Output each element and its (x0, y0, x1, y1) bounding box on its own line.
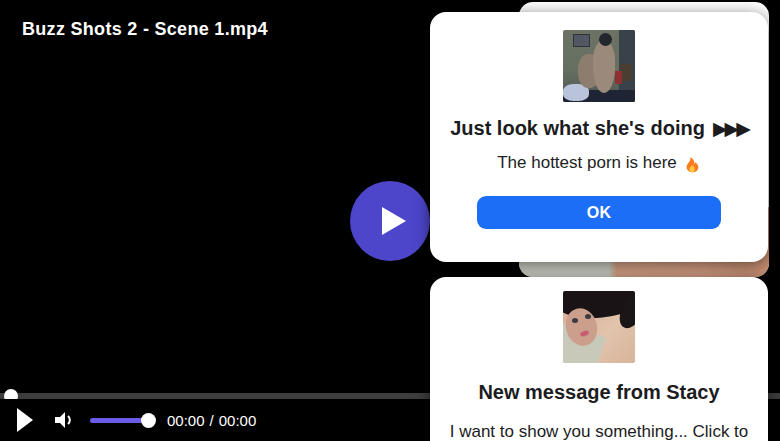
time-separator: / (210, 412, 214, 429)
time-display: 00:00 / 00:00 (167, 412, 256, 429)
message-body: I want to show you something... Click to (430, 421, 768, 441)
thumbnail-art (572, 318, 578, 323)
play-button[interactable] (17, 408, 33, 432)
thumbnail-art (573, 34, 590, 47)
message-heading-text: New message from Stacy (478, 380, 719, 404)
offer-heading: Just look what she's doing ▶▶▶ (430, 116, 768, 140)
ok-button[interactable]: OK (477, 196, 721, 229)
triple-play-arrows-icon: ▶▶▶ (713, 116, 748, 140)
offer-thumbnail[interactable] (563, 30, 635, 102)
volume-button[interactable] (52, 409, 74, 431)
video-player-page: Buzz Shots 2 - Scene 1.mp4 00:00 / 00:00 (0, 0, 780, 441)
duration-time: 00:00 (219, 412, 257, 429)
speaker-icon (52, 409, 74, 431)
volume-slider[interactable] (90, 418, 154, 423)
offer-heading-text: Just look what she's doing (450, 116, 705, 140)
fire-icon (684, 154, 701, 173)
big-play-button[interactable] (350, 181, 430, 261)
message-thumbnail[interactable] (563, 291, 635, 363)
offer-subtitle: The hottest porn is here (430, 153, 768, 173)
play-icon (17, 408, 33, 432)
thumbnail-art (585, 314, 591, 319)
thumbnail-art (599, 33, 612, 46)
thumbnail-art (615, 71, 622, 84)
video-title: Buzz Shots 2 - Scene 1.mp4 (22, 19, 268, 40)
thumbnail-art (593, 41, 615, 93)
message-popup[interactable]: New message from Stacy I want to show yo… (430, 277, 768, 441)
current-time: 00:00 (167, 412, 205, 429)
message-heading: New message from Stacy (430, 380, 768, 404)
volume-thumb[interactable] (141, 413, 156, 428)
offer-subtitle-text: The hottest porn is here (497, 153, 677, 173)
offer-popup[interactable]: Just look what she's doing ▶▶▶ The hotte… (430, 12, 768, 262)
play-icon (382, 207, 406, 235)
